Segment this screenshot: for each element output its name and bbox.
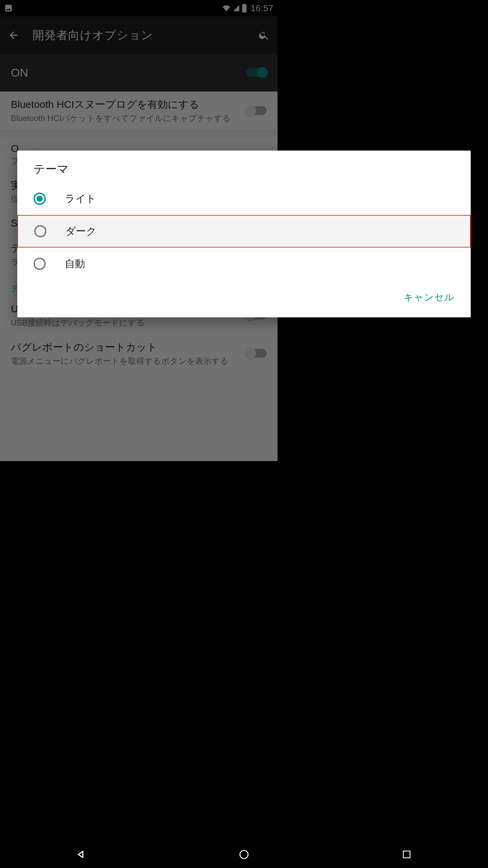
option-label: 自動 <box>65 257 85 271</box>
dialog-title: テーマ <box>17 151 278 182</box>
radio-icon <box>34 258 46 270</box>
theme-option-auto[interactable]: 自動 <box>17 248 278 280</box>
theme-option-light[interactable]: ライト <box>17 182 278 215</box>
theme-option-dark[interactable]: ダーク <box>17 215 278 248</box>
dialog-option-list: ライト ダーク 自動 <box>17 182 278 280</box>
radio-icon <box>34 225 46 237</box>
option-label: ダーク <box>65 224 97 238</box>
theme-dialog: テーマ ライト ダーク 自動 キャンセル <box>17 151 278 317</box>
radio-icon <box>34 193 46 205</box>
option-label: ライト <box>65 192 96 206</box>
